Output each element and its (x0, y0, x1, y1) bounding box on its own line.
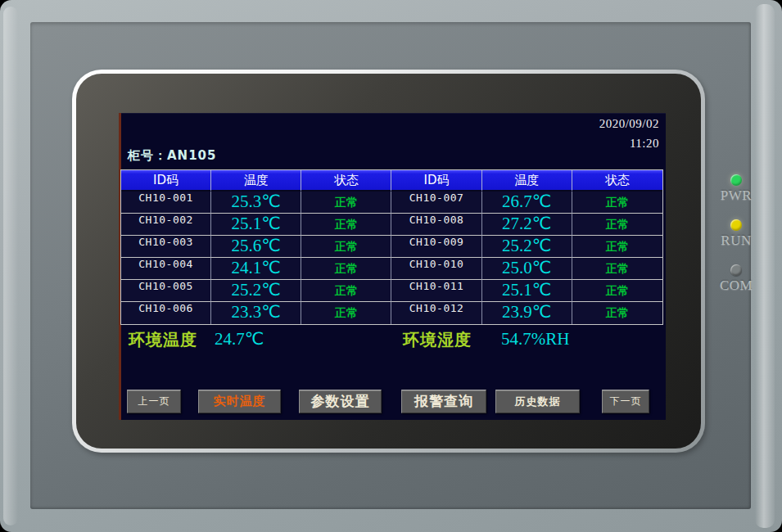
table-cell-status: 正常 (301, 258, 391, 280)
table-cell-status: 正常 (301, 214, 391, 236)
hmi-screen: 2020/09/02 11:20 柜号：AN105 ID码 温度 状态 ID码 … (119, 113, 666, 420)
alarm-query-button[interactable]: 报警查询 (401, 390, 486, 413)
table-cell-id: CH10-004 (121, 258, 211, 280)
run-led-label: RUN (721, 232, 751, 249)
table-cell-id: CH10-006 (121, 302, 211, 324)
run-led-group: RUN (713, 219, 759, 249)
table-cell-temp: 25.1℃ (482, 280, 572, 302)
table-cell-status: 正常 (301, 280, 391, 302)
temperature-table: ID码 温度 状态 ID码 温度 状态 CH10-001 25.3℃ 正常 CH… (120, 169, 663, 325)
table-cell-temp: 25.2℃ (211, 280, 301, 302)
pwr-led-group: PWR (713, 174, 759, 204)
table-cell-temp: 25.6℃ (211, 236, 301, 258)
hmi-device-frame: 2020/09/02 11:20 柜号：AN105 ID码 温度 状态 ID码 … (0, 0, 782, 532)
table-header-cell: 状态 (301, 170, 391, 192)
com-led-label: COM (720, 277, 753, 294)
table-cell-id: CH10-005 (121, 280, 211, 302)
table-cell-status: 正常 (301, 236, 391, 258)
table-cell-status: 正常 (572, 280, 662, 302)
table-header-cell: ID码 (121, 170, 211, 192)
pwr-led-icon (730, 174, 742, 186)
prev-page-button[interactable]: 上一页 (127, 390, 181, 413)
table-cell-id: CH10-003 (121, 236, 211, 258)
table-cell-id: CH10-001 (121, 192, 211, 214)
status-led-panel: PWR RUN COM (713, 174, 759, 309)
table-cell-status: 正常 (301, 302, 391, 324)
table-cell-id: CH10-010 (391, 258, 481, 280)
table-cell-status: 正常 (572, 214, 662, 236)
pwr-led-label: PWR (721, 187, 752, 204)
table-cell-temp: 25.2℃ (482, 236, 572, 258)
table-cell-temp: 23.9℃ (482, 302, 572, 324)
table-cell-temp: 25.1℃ (211, 214, 301, 236)
table-cell-temp: 25.0℃ (482, 258, 572, 280)
table-cell-status: 正常 (572, 192, 662, 214)
table-cell-status: 正常 (572, 302, 662, 324)
table-cell-temp: 24.1℃ (211, 258, 301, 280)
table-cell-status: 正常 (572, 258, 662, 280)
time-display: 11:20 (630, 137, 659, 151)
run-led-icon (730, 219, 742, 231)
com-led-group: COM (713, 264, 759, 294)
date-display: 2020/09/02 (599, 117, 659, 131)
history-data-button[interactable]: 历史数据 (495, 390, 580, 413)
table-header-cell: 温度 (482, 170, 572, 192)
table-cell-id: CH10-002 (121, 214, 211, 236)
com-led-icon (730, 264, 742, 276)
param-settings-button[interactable]: 参数设置 (299, 390, 382, 413)
table-cell-id: CH10-008 (391, 214, 481, 236)
table-cell-status: 正常 (572, 236, 662, 258)
realtime-temp-button[interactable]: 实时温度 (198, 390, 281, 413)
table-cell-temp: 26.7℃ (482, 192, 572, 214)
ambient-humidity-label: 环境湿度 (403, 329, 472, 351)
table-cell-temp: 27.2℃ (482, 214, 572, 236)
table-cell-id: CH10-007 (391, 192, 481, 214)
cabinet-label: 柜号：AN105 (128, 148, 216, 164)
next-page-button[interactable]: 下一页 (602, 390, 649, 413)
frame-highlight (3, 7, 18, 525)
table-cell-status: 正常 (301, 192, 391, 214)
table-header-cell: 温度 (211, 170, 301, 192)
ambient-temp-label: 环境温度 (129, 329, 197, 351)
table-cell-temp: 25.3℃ (211, 192, 301, 214)
table-cell-temp: 23.3℃ (211, 302, 301, 324)
table-header-cell: ID码 (391, 170, 481, 192)
ambient-humidity-value: 54.7%RH (501, 329, 569, 349)
table-cell-id: CH10-009 (391, 236, 481, 258)
table-cell-id: CH10-011 (391, 280, 481, 302)
table-header-cell: 状态 (572, 170, 662, 192)
ambient-temp-value: 24.7℃ (215, 329, 264, 349)
table-cell-id: CH10-012 (391, 302, 481, 324)
ambient-readings: 环境温度 24.7℃ 环境湿度 54.7%RH (119, 329, 666, 354)
